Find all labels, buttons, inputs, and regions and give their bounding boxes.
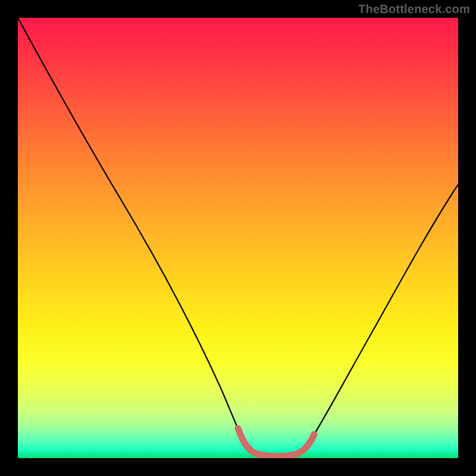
chart-frame: TheBottleneck.com <box>0 0 476 476</box>
optimal-band <box>238 428 314 456</box>
bottleneck-curve <box>18 18 458 456</box>
plot-area <box>18 18 458 458</box>
curve-layer <box>18 18 458 458</box>
watermark-text: TheBottleneck.com <box>358 2 470 16</box>
